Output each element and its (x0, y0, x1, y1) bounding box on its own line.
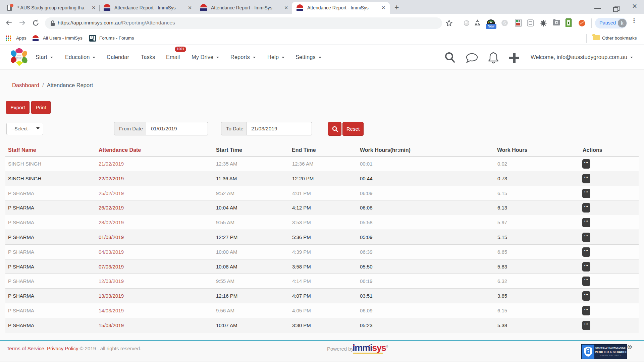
svg-text:S: S (503, 20, 506, 25)
svg-text:AUS: AUS (17, 55, 21, 57)
svg-text:STUDY: STUDY (16, 57, 22, 59)
